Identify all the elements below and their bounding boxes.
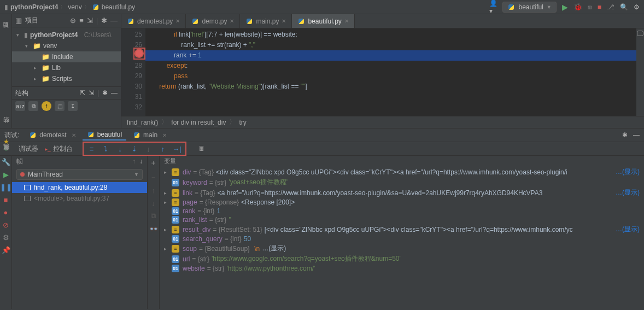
force-step-into-icon[interactable]: ↓ [144,144,154,154]
collapse-icon[interactable]: ⇲ [89,89,94,97]
show-watches-icon[interactable]: 👓 [149,225,158,233]
expand-icon[interactable]: ⇱ [80,89,85,97]
code-breadcrumbs[interactable]: find_rank()〉 for div in result_div〉 try [121,116,644,128]
close-icon[interactable]: ✕ [72,132,76,138]
evaluate-expression-icon[interactable]: 🖩 [198,145,205,153]
tab-main[interactable]: main.py✕ [240,14,292,28]
variable-row[interactable]: ▸≡ soup = {BeautifulSoup} \n…(显示) [160,243,644,254]
variable-row[interactable]: ▸≡ result_div = {ResultSet: 51} [<div cl… [160,224,644,235]
code-area[interactable]: if link['href'][7:7 + len(website)] == w… [145,28,636,116]
debug-session-tabs: 调试: demotest✕ beautiful main✕ ✱ — [0,128,644,142]
close-icon[interactable]: ✕ [175,18,180,24]
variable-row[interactable]: 01 search_query = {int} 50 [160,235,644,243]
down-icon[interactable]: ↓ [151,199,155,207]
frame-row[interactable]: find_rank, beautiful.py:28 [12,182,147,193]
search-icon[interactable]: 🔍 [620,3,628,11]
user-icon[interactable]: 👤▾ [489,3,497,11]
hide-icon[interactable]: — [633,131,640,139]
close-icon[interactable]: ✕ [230,18,234,24]
debug-tab-main[interactable]: main✕ [128,130,171,140]
view-breakpoints-icon[interactable]: ● [4,208,8,217]
variables-panel[interactable]: 变量 ▸≡ div = {Tag} <div class="ZINbbc xpd… [160,156,644,309]
show-inherited-icon[interactable]: ⬚ [55,101,65,111]
tab-beautiful[interactable]: beautiful.py✕ [292,14,354,28]
project-tree[interactable]: ▾▮pythonProject4 C:\Users\ ▾📁venv 📁Inclu… [12,27,121,86]
gear-icon[interactable]: ✱ [622,131,628,139]
show-fields-icon[interactable]: f [42,101,51,111]
debug-button[interactable]: 🐞 [573,3,582,11]
variable-row[interactable]: ▸≡ div = {Tag} <div class="ZINbbc xpd O9… [160,167,644,177]
filter-icon[interactable]: ⧉ [28,101,38,111]
close-icon[interactable]: ✕ [344,18,349,24]
step-into-icon[interactable]: ↓ [115,144,125,154]
tree-root[interactable]: pythonProject4 [30,31,78,39]
stop-icon[interactable]: ■ [4,196,8,204]
breakpoint-icon[interactable] [136,50,143,57]
tree-lib[interactable]: Lib [52,64,61,72]
mute-breakpoints-icon[interactable]: ⊘ [3,221,9,229]
show-execution-point-icon[interactable]: ≡ [87,144,97,154]
modify-run-config-icon[interactable]: 🔧 [2,158,10,166]
frame-row[interactable]: <module>, beautiful.py:37 [12,193,147,204]
tree-venv[interactable]: venv [43,42,57,50]
variable-row[interactable]: 01 website = {str} 'https://www.pythonth… [160,264,644,273]
tab-demo[interactable]: demo.py✕ [186,14,240,28]
sort-alpha-icon[interactable]: a↓z [15,101,25,111]
pin-icon[interactable]: 📌 [2,246,10,254]
console-tab[interactable]: 控制台 [53,144,73,154]
breadcrumb[interactable]: ▮ pythonProject4 〉 venv 〉 beautiful.py [4,3,135,11]
variable-row[interactable]: ▸≡ link = {Tag} <a href="/url?q=https://… [160,188,644,198]
step-over-icon[interactable]: ⤵ [101,144,111,154]
tab-demotest[interactable]: demotest.py✕ [121,14,186,28]
pause-icon[interactable]: ❚❚ [0,183,12,191]
frames-title: 帧 [16,157,23,166]
tree-include[interactable]: Include [52,53,73,61]
gear-icon[interactable]: ✱ [101,16,107,25]
project-tool-window: ▥ 项目 ⊕ ≡ ⇲ | ✱ — ▾▮pythonProject4 C:\Use… [12,14,121,128]
close-icon[interactable]: ✕ [282,18,286,24]
prev-frame-icon[interactable]: ↑ [132,157,136,165]
variable-row[interactable]: 01 url = {str} 'https://www.google.com/s… [160,254,644,264]
step-out-icon[interactable]: ↑ [158,144,168,154]
chevron-down-icon: ▼ [134,172,139,177]
structure-toolbar: a↓z ⧉ f ⬚ ↧ [12,100,121,113]
close-icon[interactable]: ✕ [162,132,167,138]
up-icon[interactable]: ↑ [151,186,155,195]
variable-row[interactable]: 01 rank_list = {str} '' [160,215,644,224]
run-to-cursor-icon[interactable]: →| [172,144,182,154]
debug-tab-beautiful[interactable]: beautiful [83,130,126,141]
gear-icon[interactable]: ✱ [102,89,108,97]
run-button[interactable]: ▶ [562,3,568,11]
tree-scripts[interactable]: Scripts [52,75,72,83]
next-frame-icon[interactable]: ↓ [139,157,143,165]
project-view-icon[interactable]: ▥ [15,16,22,25]
variable-row[interactable]: ▸≡ page = {Response} <Response [200]> [160,198,644,207]
git-icon[interactable]: ⎇ [607,3,614,11]
expand-all-icon[interactable]: ≡ [79,16,84,25]
stop-button[interactable]: ■ [598,3,601,11]
remove-watch-icon[interactable]: － [150,172,157,182]
hide-icon[interactable]: — [110,16,118,25]
inspection-icon[interactable] [637,31,643,36]
settings-icon[interactable]: ⚙ [634,3,640,11]
step-into-my-code-icon[interactable]: ⇣ [130,144,139,154]
editor-gutter[interactable]: 2526272829303132 [121,28,145,116]
debug-tab-demotest[interactable]: demotest✕ [25,130,80,140]
variable-row[interactable]: 01 rank = {int} 1 [160,207,644,215]
python-icon [127,17,134,25]
settings-icon[interactable]: ⚙ [3,233,9,242]
autoscroll-icon[interactable]: ↧ [68,101,78,111]
select-opened-file-icon[interactable]: ⊕ [70,16,76,25]
resume-icon[interactable]: ▶ [3,171,9,179]
duplicate-watch-icon[interactable]: ⧉ [151,212,156,220]
new-watch-icon[interactable]: ＋ [150,158,157,168]
variables-toolbar: ＋ － ↑ ↓ ⧉ 👓 [148,156,160,309]
debugger-tab[interactable]: 调试器 [19,144,38,154]
run-coverage-button[interactable]: ⧆ [588,3,592,11]
thread-name: MainThread [28,171,63,178]
variable-row[interactable]: 01 keyword = {str} 'yoast+seo插件教程' [160,177,644,188]
collapse-all-icon[interactable]: ⇲ [87,16,93,25]
hide-icon[interactable]: — [111,89,118,97]
run-configuration-selector[interactable]: beautiful ▼ [502,2,556,13]
thread-selector[interactable]: MainThread ▼ [16,169,143,180]
